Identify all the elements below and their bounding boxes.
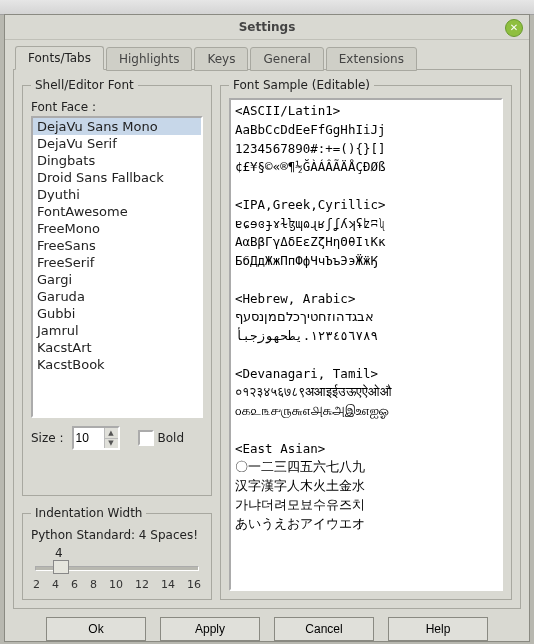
tab-general[interactable]: General xyxy=(250,47,323,71)
font-option[interactable]: Jamrul xyxy=(33,322,201,339)
font-option[interactable]: FreeSans xyxy=(33,237,201,254)
window-title: Settings xyxy=(239,20,296,34)
size-spinner[interactable]: ▲ ▼ xyxy=(72,426,120,450)
font-option[interactable]: KacstArt xyxy=(33,339,201,356)
slider-thumb[interactable] xyxy=(53,560,69,574)
font-face-label: Font Face : xyxy=(31,100,203,114)
close-icon[interactable]: ✕ xyxy=(505,19,523,37)
dialog-button-row: Ok Apply Cancel Help xyxy=(13,617,521,641)
tab-keys[interactable]: Keys xyxy=(194,47,248,71)
font-option[interactable]: FreeSerif xyxy=(33,254,201,271)
right-column: Font Sample (Editable) xyxy=(220,78,512,600)
shell-editor-font-legend: Shell/Editor Font xyxy=(31,78,138,92)
ok-button[interactable]: Ok xyxy=(46,617,146,641)
font-sample-legend: Font Sample (Editable) xyxy=(229,78,374,92)
tick: 4 xyxy=(52,578,59,591)
size-up-icon[interactable]: ▲ xyxy=(104,428,118,439)
size-input[interactable] xyxy=(74,428,104,448)
tab-extensions[interactable]: Extensions xyxy=(326,47,417,71)
indent-value: 4 xyxy=(55,546,63,560)
font-option[interactable]: KacstBook xyxy=(33,356,201,373)
font-option[interactable]: Droid Sans Fallback xyxy=(33,169,201,186)
tick: 10 xyxy=(109,578,123,591)
indent-slider[interactable]: 4 2 4 6 8 10 12 14 xyxy=(31,546,203,591)
checkbox-box-icon[interactable] xyxy=(138,430,154,446)
bold-checkbox[interactable]: Bold xyxy=(138,430,185,446)
help-button[interactable]: Help xyxy=(388,617,488,641)
font-option[interactable]: Gargi xyxy=(33,271,201,288)
cancel-button[interactable]: Cancel xyxy=(274,617,374,641)
size-down-icon[interactable]: ▼ xyxy=(104,439,118,449)
font-option[interactable]: FontAwesome xyxy=(33,203,201,220)
shell-editor-font-group: Shell/Editor Font Font Face : DejaVu San… xyxy=(22,78,212,496)
bold-label: Bold xyxy=(158,431,185,445)
slider-ticks: 2 4 6 8 10 12 14 16 xyxy=(33,578,201,591)
font-sample-textarea[interactable] xyxy=(229,98,503,591)
tick: 12 xyxy=(135,578,149,591)
tick: 8 xyxy=(90,578,97,591)
size-label: Size : xyxy=(31,431,64,445)
tick: 6 xyxy=(71,578,78,591)
indentation-width-group: Indentation Width Python Standard: 4 Spa… xyxy=(22,506,212,600)
desktop-background-strip xyxy=(0,0,534,15)
font-face-listbox[interactable]: DejaVu Sans Mono DejaVu Serif Dingbats D… xyxy=(31,116,203,418)
font-option[interactable]: DejaVu Sans Mono xyxy=(33,118,201,135)
tab-bar: Fonts/Tabs Highlights Keys General Exten… xyxy=(13,46,521,70)
tab-page-fonts: Shell/Editor Font Font Face : DejaVu San… xyxy=(13,69,521,609)
client-area: Fonts/Tabs Highlights Keys General Exten… xyxy=(5,40,529,644)
left-column: Shell/Editor Font Font Face : DejaVu San… xyxy=(22,78,212,600)
indentation-width-legend: Indentation Width xyxy=(31,506,146,520)
font-option[interactable]: Gubbi xyxy=(33,305,201,322)
font-sample-group: Font Sample (Editable) xyxy=(220,78,512,600)
titlebar: Settings ✕ xyxy=(5,15,529,40)
tick: 14 xyxy=(161,578,175,591)
font-option[interactable]: Dingbats xyxy=(33,152,201,169)
apply-button[interactable]: Apply xyxy=(160,617,260,641)
tab-highlights[interactable]: Highlights xyxy=(106,47,192,71)
tab-fonts-tabs[interactable]: Fonts/Tabs xyxy=(15,46,104,70)
settings-window: Settings ✕ Fonts/Tabs Highlights Keys Ge… xyxy=(4,14,530,642)
font-option[interactable]: FreeMono xyxy=(33,220,201,237)
python-standard-label: Python Standard: 4 Spaces! xyxy=(31,528,203,542)
tick: 2 xyxy=(33,578,40,591)
font-option[interactable]: Garuda xyxy=(33,288,201,305)
font-size-row: Size : ▲ ▼ Bold xyxy=(31,426,203,450)
font-option[interactable]: DejaVu Serif xyxy=(33,135,201,152)
tick: 16 xyxy=(187,578,201,591)
font-option[interactable]: Dyuthi xyxy=(33,186,201,203)
